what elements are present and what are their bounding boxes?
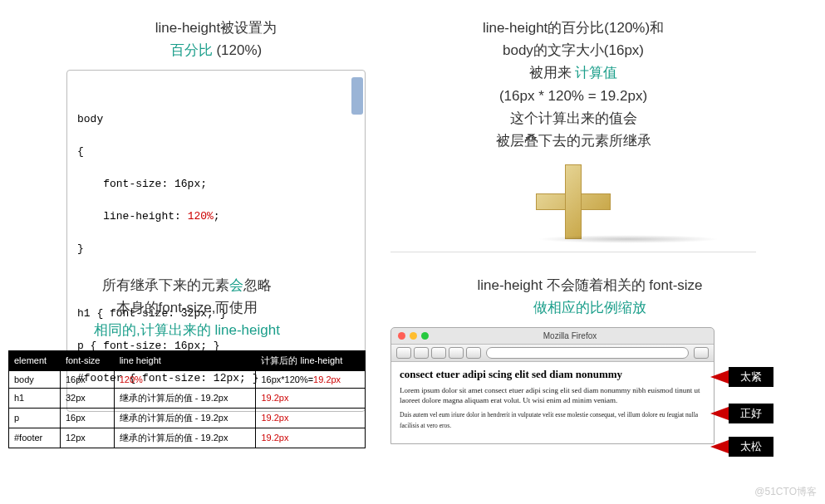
tag-label: 正好 xyxy=(729,404,773,423)
address-bar[interactable] xyxy=(486,347,689,359)
quadrant-top-right: line-height的百分比(120%)和 body的文字大小(16px) 被… xyxy=(390,17,756,252)
minimize-icon[interactable] xyxy=(410,332,417,340)
tag-label: 太松 xyxy=(729,437,773,457)
text-accent: 相同的,计算出来的 line-height xyxy=(94,322,280,338)
text-line: 忽略 xyxy=(243,277,272,293)
tag-just-right: 正好 xyxy=(710,404,773,423)
home-button[interactable] xyxy=(466,347,481,359)
watermark: @51CTO博客 xyxy=(754,485,817,499)
stop-button[interactable] xyxy=(449,347,464,359)
heading-q4: line-height 不会随着相关的 font-size 做相应的比例缩放 xyxy=(390,274,789,319)
browser-titlebar: Mozilla Firefox xyxy=(391,328,714,345)
text-line: 这个计算出来的值会 xyxy=(510,110,637,126)
scrollbar[interactable] xyxy=(351,77,363,115)
sample-heading: consect etuer adipi scing elit sed diam … xyxy=(400,369,705,380)
cell-lh: 继承的计算后的值 - 19.2px xyxy=(114,428,256,448)
cell-fs: 16px xyxy=(60,408,114,428)
text-accent: 会 xyxy=(229,277,243,293)
browser-toolbar xyxy=(391,345,714,362)
cell-calc: 19.2px xyxy=(256,408,366,428)
forward-button[interactable] xyxy=(414,347,429,359)
sample-paragraph: Lorem ipsum dolor sit amet consect etuer… xyxy=(400,385,705,405)
cell-lh: 120% xyxy=(114,370,256,388)
heading-accent: 百分比 xyxy=(170,42,213,58)
table-row: body 16px 120% 16px*120%=19.2px xyxy=(9,370,366,388)
text-accent: 做相应的比例缩放 xyxy=(533,300,646,316)
text-line: body的文字大小(16px) xyxy=(503,42,644,58)
cell-el: body xyxy=(9,370,61,388)
reload-button[interactable] xyxy=(431,347,446,359)
cell-fs: 16px xyxy=(60,370,114,388)
cell-lh: 继承的计算后的值 - 19.2px xyxy=(114,408,256,428)
zoom-icon[interactable] xyxy=(421,332,429,340)
arrow-icon xyxy=(710,407,729,420)
browser-mock: Mozilla Firefox consect etuer adipi scin… xyxy=(390,327,715,443)
cell-el: p xyxy=(9,408,61,428)
code-line: body xyxy=(77,113,103,125)
tag-label: 太紧 xyxy=(729,367,773,387)
quadrant-bottom-left: 所有继承下来的元素会忽略 本身的font-size,而使用 相同的,计算出来的 … xyxy=(8,274,366,448)
heading-text: line-height被设置为 xyxy=(155,20,277,36)
th-lineheight: line height xyxy=(114,350,256,370)
th-calc: 计算后的 line-height xyxy=(256,350,366,370)
close-icon[interactable] xyxy=(398,332,405,340)
code-line: font-size: 16px; xyxy=(77,178,207,190)
table-row: h1 32px 继承的计算后的值 - 19.2px 19.2px xyxy=(9,388,366,408)
text-line: line-height 不会随着相关的 font-size xyxy=(477,277,702,293)
arrow-icon xyxy=(710,440,729,453)
back-button[interactable] xyxy=(396,347,411,359)
text-line: 被用来 xyxy=(529,65,576,81)
heading-q1: line-height被设置为 百分比 (120%) xyxy=(66,17,366,61)
th-element: element xyxy=(9,350,61,370)
cell-calc: 16px*120%=19.2px xyxy=(256,370,366,388)
cell-lh: 继承的计算后的值 - 19.2px xyxy=(114,388,256,408)
text-line: line-height的百分比(120%)和 xyxy=(483,20,664,36)
inheritance-table: element font-size line height 计算后的 line-… xyxy=(8,350,366,448)
sample-footer: Duis autem vel eum iriure dolor in hendr… xyxy=(400,410,705,432)
text-accent: 计算值 xyxy=(575,65,617,81)
text-line: 所有继承下来的元素 xyxy=(102,277,229,293)
cell-calc: 19.2px xyxy=(256,428,366,448)
heading-suffix: (120%) xyxy=(213,42,263,58)
plus-decoration xyxy=(390,160,756,243)
tag-too-tight: 太紧 xyxy=(710,367,773,387)
code-line: line-height: 120%; xyxy=(77,210,220,223)
heading-q3: 所有继承下来的元素会忽略 本身的font-size,而使用 相同的,计算出来的 … xyxy=(8,274,366,342)
quadrant-bottom-right: line-height 不会随着相关的 font-size 做相应的比例缩放 M… xyxy=(390,274,789,444)
text-line: 被层叠下去的元素所继承 xyxy=(496,133,651,149)
cell-fs: 32px xyxy=(60,388,114,408)
divider xyxy=(390,252,756,252)
heading-q2: line-height的百分比(120%)和 body的文字大小(16px) 被… xyxy=(390,17,756,152)
plus-icon xyxy=(536,164,611,239)
cell-fs: 12px xyxy=(60,428,114,448)
cell-calc: 19.2px xyxy=(256,388,366,408)
table-row: p 16px 继承的计算后的值 - 19.2px 19.2px xyxy=(9,408,366,428)
tag-too-loose: 太松 xyxy=(710,437,773,457)
text-line: (16px * 120% = 19.2px) xyxy=(499,88,647,104)
cell-el: #footer xyxy=(9,428,61,448)
table-row: #footer 12px 继承的计算后的值 - 19.2px 19.2px xyxy=(9,428,366,448)
arrow-icon xyxy=(710,370,729,384)
table-header-row: element font-size line height 计算后的 line-… xyxy=(9,350,366,370)
th-fontsize: font-size xyxy=(60,350,114,370)
code-line: } xyxy=(77,242,84,255)
code-line: { xyxy=(77,145,84,158)
browser-title: Mozilla Firefox xyxy=(433,331,707,340)
text-line: 本身的font-size,而使用 xyxy=(116,300,258,316)
browser-content: consect etuer adipi scing elit sed diam … xyxy=(391,362,714,443)
cell-el: h1 xyxy=(9,388,61,408)
search-button[interactable] xyxy=(694,347,709,359)
